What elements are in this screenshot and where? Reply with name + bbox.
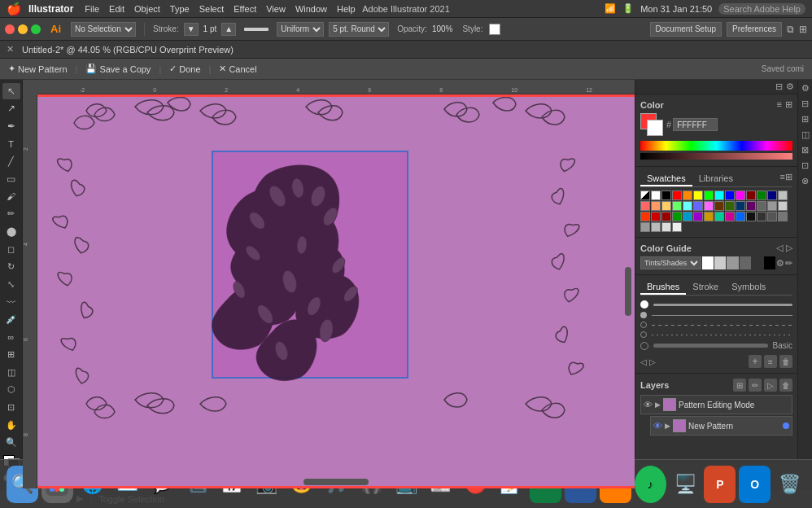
panel-grid-icon[interactable]: ⊡ [801, 160, 809, 171]
guide-left-arrow[interactable]: ◁ [776, 243, 783, 253]
blend-tool[interactable]: ∞ [2, 329, 20, 345]
tab-symbols[interactable]: Symbols [725, 280, 772, 295]
swatch-periwinkle[interactable] [693, 201, 703, 211]
guide-swatch-light[interactable] [714, 256, 726, 269]
canvas-area[interactable]: -2 0 2 4 6 8 10 12 2 4 6 8 [23, 80, 635, 488]
stroke-type-dropdown[interactable]: Uniform [277, 22, 324, 37]
swatch-gray2[interactable] [778, 212, 788, 221]
dock-spotify[interactable]: ♪ [635, 466, 666, 503]
guide-right-arrow[interactable]: ▷ [786, 243, 792, 253]
scale-tool[interactable]: ⤡ [2, 277, 20, 293]
panel-settings-icon[interactable]: ⚙ [786, 81, 794, 92]
brush-delete-icon[interactable]: 🗑 [779, 355, 792, 368]
brush-forward-icon[interactable]: ▷ [649, 357, 656, 366]
document-setup-button[interactable]: Document Setup [650, 22, 723, 37]
panel-collapse-icon-2[interactable]: ⊟ [801, 99, 809, 109]
mesh-tool[interactable]: ⊞ [2, 347, 20, 363]
brush-add-icon[interactable]: + [749, 355, 762, 368]
swatch-med-gray[interactable] [767, 212, 777, 221]
swatch-near-black[interactable] [746, 212, 756, 221]
dock-outlook[interactable]: O [739, 466, 771, 503]
swatch-dark-crimson[interactable] [651, 212, 661, 221]
panel-view-icon[interactable]: ◫ [801, 129, 810, 140]
brush-item-2[interactable] [640, 310, 792, 320]
swatch-yellow[interactable] [693, 190, 703, 200]
layer-pattern-editing-mode[interactable]: 👁 ▶ Pattern Editing Mode [640, 395, 792, 414]
brush-item-4[interactable] [640, 330, 792, 339]
transform-icon[interactable]: ⊞ [799, 24, 807, 35]
swatch-dark-red[interactable] [746, 190, 756, 200]
warp-tool[interactable]: 〰 [2, 294, 20, 310]
menu-edit[interactable]: Edit [109, 4, 124, 14]
swatch-silver[interactable] [778, 190, 788, 200]
eyedropper-tool[interactable]: 💉 [2, 312, 20, 328]
swatch-black[interactable] [661, 190, 671, 200]
brush-item-3[interactable] [640, 320, 792, 330]
dock-trash[interactable]: 🗑️ [774, 466, 805, 503]
swatch-cyan[interactable] [714, 190, 724, 200]
stroke-weight-increase[interactable]: ▲ [221, 23, 236, 36]
blob-brush-tool[interactable]: ⬤ [2, 224, 20, 240]
menu-object[interactable]: Object [134, 4, 160, 14]
color-grid-icon[interactable]: ⊞ [785, 99, 792, 110]
color-brightness-slider[interactable] [640, 153, 792, 160]
menu-select[interactable]: Select [199, 4, 225, 14]
layer-1-eye-icon[interactable]: 👁 [644, 400, 653, 409]
minimize-window-button[interactable] [18, 24, 28, 34]
swatch-white[interactable] [651, 190, 661, 200]
cap-style-dropdown[interactable]: 5 pt. Round [329, 22, 389, 37]
new-pattern-button[interactable]: ✦ New Pattern [8, 64, 68, 74]
guide-swatch-mid[interactable] [727, 256, 738, 269]
selection-dropdown[interactable]: No Selection [71, 22, 136, 37]
cancel-button[interactable]: ✕ Cancel [219, 64, 256, 74]
swatch-green2[interactable] [672, 212, 682, 221]
guide-swatch-white[interactable] [702, 256, 714, 269]
swatch-raspberry[interactable] [725, 212, 735, 221]
tab-stroke[interactable]: Stroke [686, 280, 725, 295]
rotate-tool[interactable]: ↻ [2, 259, 20, 275]
panel-align-icon[interactable]: ⊗ [801, 176, 809, 186]
pencil-tool[interactable]: ✏ [2, 206, 20, 222]
swatch-blue[interactable] [725, 190, 735, 200]
swatch-near-white[interactable] [672, 222, 682, 232]
brush-item-5[interactable]: Basic [640, 339, 792, 352]
panel-arrange-icon[interactable]: ⊠ [801, 145, 809, 155]
canvas-inner[interactable] [37, 94, 635, 488]
line-tool[interactable]: ╱ [2, 153, 20, 169]
guide-swatch-black[interactable] [764, 256, 775, 269]
swatch-peach[interactable] [651, 201, 661, 211]
dock-teamviewer[interactable]: 🖥️ [670, 466, 701, 503]
shape-builder-tool[interactable]: ⬡ [2, 382, 20, 398]
artboard-tool[interactable]: ⊡ [2, 400, 20, 416]
swatches-grid-icon[interactable]: ⊞ [785, 172, 792, 186]
layer-new-pattern[interactable]: 👁 ▶ New Pattern [650, 416, 792, 436]
layers-menu-icon[interactable]: ▷ [764, 379, 777, 392]
zoom-tool[interactable]: 🔍 [2, 435, 20, 451]
swatch-dark-green[interactable] [757, 190, 766, 200]
hand-tool[interactable]: ✋ [2, 417, 20, 433]
guide-edit-icon[interactable]: ✏ [785, 258, 792, 269]
brush-item-1[interactable] [640, 299, 792, 310]
direct-selection-tool[interactable]: ↗ [2, 101, 20, 117]
swatch-dark-gray[interactable] [757, 212, 766, 221]
swatch-magenta[interactable] [736, 190, 745, 200]
swatch-none[interactable] [640, 190, 650, 200]
swatch-navy[interactable] [736, 201, 745, 211]
eraser-tool[interactable]: ◻ [2, 241, 20, 257]
paint-brush-tool[interactable]: 🖌 [2, 189, 20, 205]
fg-bg-indicator[interactable] [640, 113, 663, 136]
search-icon[interactable]: Search Adobe Help [718, 3, 805, 15]
swatch-forest[interactable] [725, 201, 735, 211]
swatch-emerald[interactable] [714, 212, 724, 221]
rectangle-tool[interactable]: ▭ [2, 171, 20, 187]
swatch-maroon[interactable] [661, 212, 671, 221]
brush-back-icon[interactable]: ◁ [640, 357, 647, 366]
swatch-green[interactable] [704, 190, 714, 200]
swatch-gray3[interactable] [640, 222, 650, 232]
preferences-button[interactable]: Preferences [727, 22, 782, 37]
layer-1-expand-icon[interactable]: ▶ [655, 401, 661, 409]
swatch-purple[interactable] [746, 201, 756, 211]
color-hue-slider[interactable] [640, 141, 792, 151]
guide-swatch-dark[interactable] [740, 256, 751, 269]
swatch-gray[interactable] [757, 201, 766, 211]
